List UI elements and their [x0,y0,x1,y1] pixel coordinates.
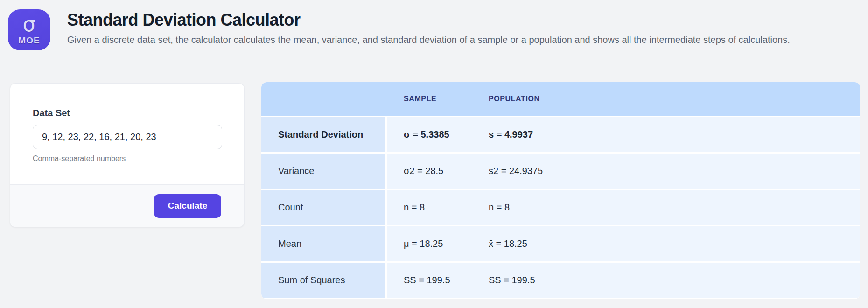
card-footer: Calculate [10,184,244,227]
row-values: n = 8 n = 8 [387,190,860,225]
logo-brand-text: MOE [18,35,40,46]
population-value: s = 4.9937 [472,129,860,140]
row-label: Standard Deviation [261,117,385,152]
sample-value: n = 8 [387,202,472,213]
sample-value: σ = 5.3385 [387,129,472,140]
row-label: Variance [261,154,385,189]
sample-value: SS = 199.5 [387,275,472,286]
table-row: Variance σ2 = 28.5 s2 = 24.9375 [261,154,860,189]
results-table: SAMPLE POPULATION Standard Deviation σ =… [261,82,860,299]
dataset-card: Data Set Comma-separated numbers Calcula… [10,83,245,227]
page-description: Given a discrete data set, the calculato… [67,33,790,47]
table-row: Standard Deviation σ = 5.3385 s = 4.9937 [261,117,860,152]
results-body: Standard Deviation σ = 5.3385 s = 4.9937… [261,116,860,298]
column-header-population: POPULATION [472,95,860,103]
app-logo: σ MOE [8,9,50,50]
row-values: σ2 = 28.5 s2 = 24.9375 [387,154,860,189]
table-row: Sum of Squares SS = 199.5 SS = 199.5 [261,263,860,298]
dataset-label: Data Set [33,108,222,119]
calculate-button[interactable]: Calculate [154,194,221,218]
population-value: n = 8 [472,202,860,213]
population-value: s2 = 24.9375 [472,166,860,176]
sample-value: μ = 18.25 [387,238,472,249]
row-values: σ = 5.3385 s = 4.9937 [387,117,860,152]
table-row: Count n = 8 n = 8 [261,190,860,225]
sample-value: σ2 = 28.5 [387,166,472,176]
row-label: Sum of Squares [261,263,385,298]
population-value: x̄ = 18.25 [472,238,860,249]
column-header-sample: SAMPLE [387,95,472,103]
row-label: Count [261,190,385,225]
table-row: Mean μ = 18.25 x̄ = 18.25 [261,226,860,261]
population-value: SS = 199.5 [472,275,860,286]
row-values: μ = 18.25 x̄ = 18.25 [387,226,860,261]
results-header-row: SAMPLE POPULATION [261,82,860,116]
dataset-input[interactable] [33,125,222,149]
page-header: σ MOE Standard Deviation Calculator Give… [8,9,790,50]
dataset-hint: Comma-separated numbers [33,154,222,163]
page-title: Standard Deviation Calculator [67,10,790,30]
row-values: SS = 199.5 SS = 199.5 [387,263,860,298]
sigma-icon: σ [23,14,36,35]
row-label: Mean [261,226,385,261]
